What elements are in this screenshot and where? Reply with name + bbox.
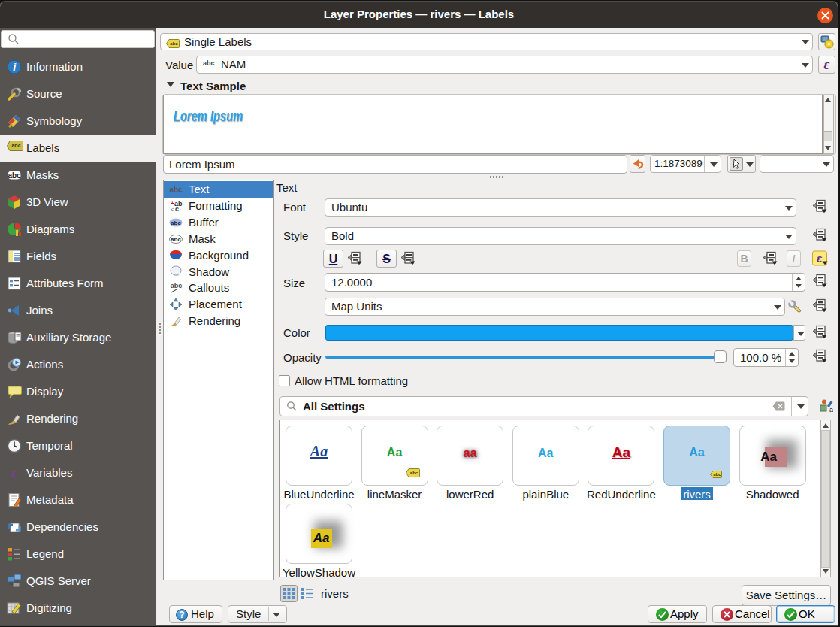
svg-text:a: a <box>829 406 833 413</box>
svg-text:ε: ε <box>11 465 18 480</box>
svg-text:abc: abc <box>169 186 183 194</box>
svg-text:abc: abc <box>171 220 181 226</box>
svg-text:<: < <box>171 206 174 213</box>
svg-text:c: c <box>175 205 179 213</box>
svg-text:abc: abc <box>171 282 183 289</box>
svg-text:abc: abc <box>8 171 21 180</box>
svg-text:abc: abc <box>171 236 181 243</box>
svg-text:abc: abc <box>11 143 20 148</box>
svg-text:abc: abc <box>409 471 418 475</box>
svg-text:ε: ε <box>817 252 823 265</box>
svg-text:abc: abc <box>170 41 178 46</box>
svg-text:abc: abc <box>713 472 721 477</box>
